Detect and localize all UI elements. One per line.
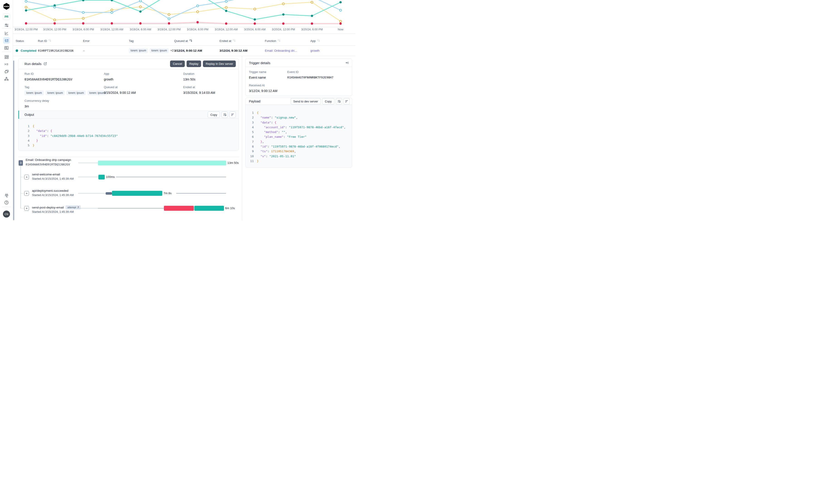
- timeline-track-line: [78, 163, 98, 163]
- received-at-label: Received At: [249, 84, 264, 87]
- expand-step-button[interactable]: +: [24, 175, 29, 179]
- trigger-details-title: Trigger details: [249, 61, 270, 65]
- vertical-scrollbar[interactable]: [13, 61, 14, 220]
- col-header-status: Status: [16, 38, 24, 44]
- format-lines-icon[interactable]: [229, 111, 236, 118]
- chart-point-sky: [111, 12, 113, 14]
- x-tick-label: 3/19/24, 12:00 AM: [96, 28, 128, 31]
- x-tick-label: Now: [325, 28, 355, 31]
- sidebar-item-search[interactable]: [3, 45, 10, 51]
- step-started-at: Started At:3/15/2024, 1:45:39 AM: [32, 177, 74, 180]
- timeline-bar: [106, 192, 112, 195]
- chart-point-rose: [254, 22, 256, 25]
- code-line: 3 "id": "c8429dd9-29b8-44e6-b714-767d34c…: [24, 133, 238, 138]
- chart-point-sky: [82, 12, 84, 14]
- sidebar-item-metrics[interactable]: [3, 30, 10, 36]
- replay-button[interactable]: Replay: [187, 61, 201, 67]
- timeline-track-line: [116, 177, 226, 177]
- sidebar-divider: [2, 52, 11, 52]
- divider: [0, 45, 355, 46]
- output-header: Output Copy: [18, 111, 238, 119]
- col-header-function[interactable]: Function: [265, 38, 281, 44]
- pane-divider: [242, 56, 242, 220]
- sidebar-item-webhooks[interactable]: [3, 75, 10, 82]
- run-id-value: 01HS0AA03V04D91RTDQ3J862GV: [24, 78, 72, 81]
- chart-point-rose: [311, 22, 313, 25]
- chart-point-yellow: [339, 20, 342, 22]
- run-details-title: Run details: [24, 62, 41, 66]
- integrations-plug-icon[interactable]: [3, 192, 10, 199]
- sidebar-item-runs[interactable]: [3, 37, 10, 44]
- sort-icon: [232, 39, 236, 43]
- user-avatar[interactable]: CN: [3, 211, 10, 218]
- timeline-track-line: [98, 208, 164, 209]
- run-details-header: Run details Cancel Replay Replay in Dev …: [18, 59, 238, 69]
- expand-step-button[interactable]: +: [24, 206, 29, 211]
- sidebar-item-environments[interactable]: [3, 68, 10, 75]
- trigger-name-label: Trigger name: [249, 70, 266, 74]
- chart-point-mint: [25, 9, 27, 12]
- timeline-guide-stub: [20, 177, 24, 177]
- col-header-ended-at[interactable]: Ended at: [219, 38, 236, 44]
- x-tick-label: 3/19/24, 6:00 PM: [67, 28, 99, 31]
- help-icon[interactable]: [3, 199, 10, 206]
- ended-at-cell: 3/12/24, 9:30:12 AM: [219, 48, 247, 53]
- step-name: Email: Onboarding drip campaign: [26, 158, 71, 162]
- code-line: 5}: [24, 143, 238, 148]
- send-to-dev-server-button[interactable]: Send to dev server: [291, 98, 321, 104]
- word-wrap-icon[interactable]: [221, 111, 228, 118]
- runs-page: PR: [0, 0, 355, 220]
- sidebar-item-apps[interactable]: [3, 54, 10, 60]
- chart-point-yellow: [282, 3, 284, 5]
- timeline-track-line: [176, 193, 226, 194]
- sidebar-divider: [2, 28, 11, 28]
- chart-point-rose: [339, 22, 342, 25]
- function-link[interactable]: Email: Onboarding dri...: [265, 48, 297, 53]
- format-lines-icon[interactable]: [343, 98, 350, 104]
- payload-card: Payload Send to dev server Copy 1{2 "nam…: [245, 98, 352, 168]
- chart-point-mint: [139, 10, 141, 13]
- replay-dev-server-button[interactable]: Replay in Dev server: [203, 61, 236, 67]
- output-accent-bar: [18, 111, 19, 119]
- trigger-details-header: Trigger details: [245, 59, 352, 67]
- app-link[interactable]: growth: [310, 48, 320, 53]
- chart-point-yellow: [196, 11, 199, 13]
- sort-icon: [277, 39, 281, 43]
- word-wrap-icon[interactable]: [336, 98, 342, 104]
- chart-point-rose: [111, 22, 113, 24]
- code-line: 8 "id": "119f5971-9878-46bd-a18f-4f06801…: [249, 144, 352, 149]
- filters-sliders-icon[interactable]: [3, 22, 10, 29]
- inngest-logo-icon[interactable]: [3, 3, 10, 10]
- output-copy-button[interactable]: Copy: [208, 111, 220, 118]
- chart-point-mint: [254, 18, 256, 21]
- payload-copy-button[interactable]: Copy: [322, 98, 334, 104]
- step-run-id: 01HS0AA03V04D91RTDQ3J862GV: [26, 163, 70, 166]
- tag-chip: lorem: ipsum: [66, 90, 86, 95]
- received-at-value: 3/12/24, 9:00:12 AM: [249, 89, 277, 93]
- col-header-queued-at[interactable]: Queued at: [174, 38, 192, 44]
- code-line: 4 "account_id": "119f5971-9878-46bd-a18f…: [249, 125, 352, 130]
- chart-point-mint: [311, 15, 313, 17]
- sidebar-item-functions[interactable]: [3, 61, 10, 68]
- col-header-run-id[interactable]: Run ID: [38, 38, 51, 44]
- timeline-bar: [98, 175, 105, 179]
- tag-chip: lorem: ipsum: [46, 90, 65, 95]
- chart-point-sky: [25, 0, 27, 2]
- sidebar: PR: [0, 0, 13, 220]
- chart-point-rose: [168, 22, 170, 24]
- x-tick-label: 3/19/24, 6:00 AM: [124, 28, 156, 31]
- collapse-panel-icon[interactable]: [345, 61, 349, 65]
- col-header-app[interactable]: App: [310, 38, 320, 44]
- code-line: 9 "ts": 1711051784369,: [249, 149, 352, 154]
- cancel-button[interactable]: Cancel: [170, 61, 184, 67]
- app-value-link[interactable]: growth: [104, 78, 113, 81]
- x-tick-label: 3/20/24, 12:00 PM: [267, 28, 299, 31]
- divider: [0, 56, 355, 56]
- tag-chips: lorem: ipsumlorem: ipsumlorem: ipsumlore…: [24, 90, 107, 95]
- timeline-guide-line: [20, 166, 21, 208]
- x-tick-label: 3/20/24, 6:00 AM: [239, 28, 271, 31]
- external-link-icon[interactable]: [44, 62, 47, 65]
- workspace-badge[interactable]: PR: [3, 13, 10, 20]
- step-name: api/deployment.succeeded: [32, 189, 68, 192]
- expand-step-button[interactable]: +: [24, 191, 29, 196]
